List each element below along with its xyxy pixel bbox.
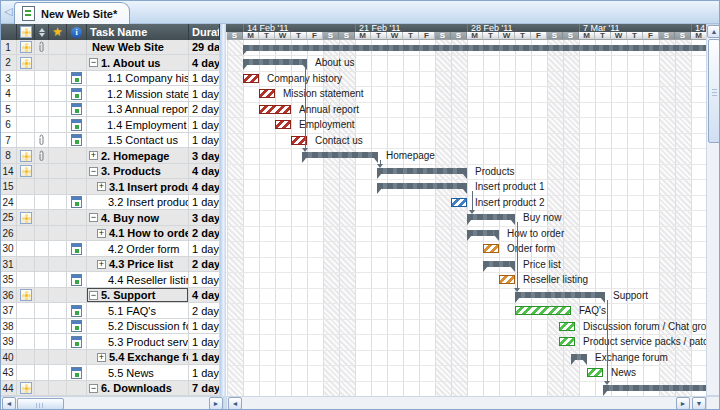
duration-cell[interactable]: 1 day? bbox=[189, 133, 220, 148]
calendar-cell[interactable] bbox=[67, 164, 87, 179]
calendar-cell[interactable] bbox=[67, 55, 87, 71]
row-number-cell[interactable]: 30 bbox=[0, 241, 17, 257]
calendar-cell[interactable] bbox=[67, 40, 87, 55]
notes-cell[interactable] bbox=[17, 334, 35, 350]
duration-cell[interactable]: 3 days bbox=[189, 148, 220, 164]
calendar-cell[interactable] bbox=[67, 365, 87, 381]
task-name-cell[interactable]: 1.1 Company hist... bbox=[87, 71, 189, 86]
hyperlink-cell[interactable] bbox=[49, 179, 67, 195]
hyperlink-cell[interactable] bbox=[49, 241, 67, 257]
collapse-icon[interactable]: − bbox=[89, 384, 98, 393]
row-number-cell[interactable]: 3 bbox=[0, 71, 17, 86]
expand-icon[interactable]: + bbox=[97, 182, 106, 191]
notes-cell[interactable] bbox=[17, 210, 35, 226]
notes-cell[interactable] bbox=[17, 288, 35, 303]
attachment-cell[interactable] bbox=[35, 179, 49, 195]
calendar-cell[interactable] bbox=[67, 272, 87, 288]
calendar-cell[interactable] bbox=[67, 102, 87, 117]
duration-cell[interactable]: 1 day? bbox=[189, 241, 220, 257]
notes-cell[interactable] bbox=[17, 55, 35, 71]
vertical-scrollbar[interactable]: ▲ bbox=[706, 24, 720, 396]
row-number-cell[interactable]: 26 bbox=[0, 226, 17, 241]
gantt-bar-summary[interactable] bbox=[302, 152, 378, 158]
gantt-bar-summary[interactable] bbox=[467, 214, 515, 220]
calendar-cell[interactable] bbox=[67, 350, 87, 365]
row-number-cell[interactable]: 24 bbox=[0, 195, 17, 210]
duration-cell[interactable]: 1 day? bbox=[189, 71, 220, 86]
attachment-cell[interactable] bbox=[35, 71, 49, 86]
row-number-cell[interactable]: 36 bbox=[0, 288, 17, 303]
tab-nav-left-icon[interactable]: ◁ bbox=[4, 5, 12, 17]
collapse-icon[interactable]: − bbox=[89, 167, 98, 176]
row-number-cell[interactable]: 14 bbox=[0, 164, 17, 179]
gantt-bar-summary[interactable] bbox=[515, 292, 605, 298]
table-row[interactable]: 71.5 Contact us1 day? bbox=[0, 133, 220, 148]
attachment-cell[interactable] bbox=[35, 102, 49, 117]
attachment-cell[interactable] bbox=[35, 148, 49, 164]
table-row[interactable]: 31.1 Company hist...1 day? bbox=[0, 71, 220, 86]
gantt-bar-task[interactable] bbox=[451, 198, 467, 207]
notes-cell[interactable] bbox=[17, 350, 35, 365]
table-row[interactable]: 375.1 FAQ's2 days bbox=[0, 303, 220, 319]
row-number-cell[interactable]: 8 bbox=[0, 148, 17, 164]
calendar-cell[interactable] bbox=[67, 288, 87, 303]
collapse-icon[interactable]: − bbox=[89, 213, 98, 222]
table-row[interactable]: 44−6. Downloads7 days bbox=[0, 381, 220, 396]
duration-cell[interactable]: 2 days bbox=[189, 226, 220, 241]
duration-cell[interactable]: 2 days bbox=[189, 257, 220, 272]
task-name-cell[interactable]: +3.1 Insert produ... bbox=[87, 179, 189, 195]
chart-horizontal-scrollbar[interactable]: ◄ ► ▼ bbox=[226, 396, 706, 410]
expand-icon[interactable]: + bbox=[97, 353, 106, 362]
task-name-cell[interactable]: 3.2 Insert product 2 bbox=[87, 195, 189, 210]
task-name-cell[interactable]: −1. About us bbox=[87, 55, 189, 71]
table-row[interactable]: 243.2 Insert product 21 day? bbox=[0, 195, 220, 210]
attachment-cell[interactable] bbox=[35, 117, 49, 133]
attachment-cell[interactable] bbox=[35, 86, 49, 102]
notes-cell[interactable] bbox=[17, 365, 35, 381]
header-info-column[interactable]: i bbox=[67, 24, 87, 40]
attachment-cell[interactable] bbox=[35, 195, 49, 210]
calendar-cell[interactable] bbox=[67, 334, 87, 350]
notes-cell[interactable] bbox=[17, 226, 35, 241]
table-row[interactable]: 51.3 Annual report2 days bbox=[0, 102, 220, 117]
row-number-cell[interactable]: 40 bbox=[0, 350, 17, 365]
table-row[interactable]: 14−3. Products4 days bbox=[0, 164, 220, 179]
row-number-cell[interactable]: 39 bbox=[0, 334, 17, 350]
notes-cell[interactable] bbox=[17, 86, 35, 102]
expand-icon[interactable]: + bbox=[89, 151, 98, 160]
duration-cell[interactable]: 3 days bbox=[189, 210, 220, 226]
collapse-icon[interactable]: − bbox=[89, 291, 98, 300]
table-scroll-left-button[interactable]: ◄ bbox=[2, 397, 16, 410]
table-scroll-right-button[interactable]: ► bbox=[209, 397, 223, 410]
attachment-cell[interactable] bbox=[35, 272, 49, 288]
table-row[interactable]: 354.4 Reseller listing1 day? bbox=[0, 272, 220, 288]
task-name-cell[interactable]: 4.2 Order form bbox=[87, 241, 189, 257]
calendar-cell[interactable] bbox=[67, 257, 87, 272]
header-hyperlink-column[interactable]: ★ bbox=[49, 24, 67, 40]
hyperlink-cell[interactable] bbox=[49, 117, 67, 133]
task-name-cell[interactable]: +4.3 Price list bbox=[87, 257, 189, 272]
hyperlink-cell[interactable] bbox=[49, 319, 67, 334]
attachment-cell[interactable] bbox=[35, 319, 49, 334]
duration-cell[interactable]: 1 day? bbox=[189, 334, 220, 350]
table-row[interactable]: 1New Web Site29 days bbox=[0, 40, 220, 55]
row-number-cell[interactable]: 15 bbox=[0, 179, 17, 195]
calendar-cell[interactable] bbox=[67, 148, 87, 164]
task-name-cell[interactable]: −5. Support bbox=[87, 288, 189, 303]
hyperlink-cell[interactable] bbox=[49, 334, 67, 350]
hyperlink-cell[interactable] bbox=[49, 303, 67, 319]
row-number-cell[interactable]: 31 bbox=[0, 257, 17, 272]
chart-scroll-right-button[interactable]: ► bbox=[676, 397, 690, 410]
duration-cell[interactable]: 29 days bbox=[189, 40, 220, 55]
attachment-cell[interactable] bbox=[35, 241, 49, 257]
calendar-cell[interactable] bbox=[67, 86, 87, 102]
table-row[interactable]: 395.3 Product servi...1 day? bbox=[0, 334, 220, 350]
gantt-bar-task[interactable] bbox=[559, 337, 575, 346]
hyperlink-cell[interactable] bbox=[49, 86, 67, 102]
table-row[interactable]: 2−1. About us4 days bbox=[0, 55, 220, 71]
duration-cell[interactable]: 4 days bbox=[189, 55, 220, 71]
header-row-number[interactable] bbox=[0, 24, 17, 40]
attachment-cell[interactable] bbox=[35, 226, 49, 241]
table-row[interactable]: 15+3.1 Insert produ...4 days bbox=[0, 179, 220, 195]
hyperlink-cell[interactable] bbox=[49, 55, 67, 71]
